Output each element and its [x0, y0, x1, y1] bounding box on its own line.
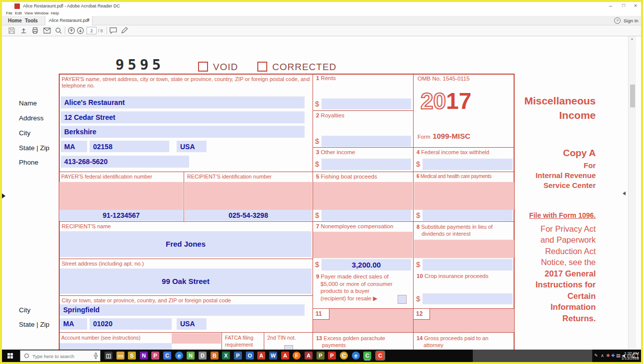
- corrected-checkbox[interactable]: [257, 62, 267, 72]
- recipient-name-field[interactable]: Fred Jones: [60, 231, 312, 257]
- file-explorer-icon[interactable]: ▭: [116, 352, 124, 360]
- save-icon[interactable]: [8, 27, 15, 34]
- recipient-name-label: RECIPIENT'S name: [62, 223, 111, 229]
- nav-pane-toggle-icon[interactable]: [2, 193, 5, 198]
- pdf-icon[interactable]: P: [328, 352, 336, 360]
- payer-state-field[interactable]: MA: [61, 141, 87, 152]
- box4-field[interactable]: [423, 159, 513, 170]
- firefox-icon[interactable]: F: [293, 352, 301, 360]
- sign-in-button[interactable]: Sign In: [624, 18, 639, 23]
- payer-name-field[interactable]: Alice's Restaurant: [61, 96, 305, 108]
- payer-city-field[interactable]: Berkshire: [61, 126, 305, 138]
- search-icon[interactable]: [55, 27, 62, 34]
- photos-icon[interactable]: P: [317, 352, 324, 360]
- email-icon[interactable]: [43, 27, 51, 34]
- scrollbar-thumb[interactable]: [630, 85, 635, 107]
- tab-home[interactable]: Home: [8, 18, 22, 23]
- maximize-button[interactable]: □: [618, 2, 629, 10]
- comment-icon[interactable]: [109, 27, 117, 34]
- box5-field[interactable]: [322, 210, 411, 221]
- menu-help[interactable]: Help: [51, 11, 59, 15]
- scrollbar[interactable]: ▲: [628, 36, 636, 350]
- box6-cell: 6 Medical and health care payments $: [413, 172, 514, 221]
- sticky-notes-icon[interactable]: N: [187, 352, 195, 360]
- payer-zip-field[interactable]: 02158: [90, 141, 169, 152]
- document-icon[interactable]: D: [199, 352, 207, 360]
- recipient-zip-field[interactable]: 01020: [90, 318, 172, 330]
- menu-file[interactable]: File: [6, 11, 12, 15]
- void-checkbox[interactable]: [198, 62, 208, 72]
- fill-sign-pencil-icon[interactable]: [120, 27, 128, 34]
- box7-value-field[interactable]: 3,200.00: [322, 259, 411, 271]
- box2-field[interactable]: [322, 136, 411, 147]
- people-icon[interactable]: P: [151, 352, 159, 360]
- bluetooth-icon[interactable]: ✚: [611, 353, 615, 358]
- start-button[interactable]: [2, 350, 19, 362]
- edge2-icon[interactable]: e: [352, 352, 360, 360]
- help-icon[interactable]: ?: [614, 17, 621, 24]
- account-field[interactable]: [60, 343, 172, 350]
- tab-tools[interactable]: Tools: [25, 18, 38, 23]
- tab-close-icon[interactable]: ×: [87, 17, 90, 22]
- box10-field[interactable]: [423, 293, 513, 304]
- c-green-icon[interactable]: C: [363, 352, 371, 360]
- box13-cell: 13 Excess golden parachute payments: [313, 332, 413, 350]
- access-icon[interactable]: A: [305, 352, 313, 360]
- box3-field[interactable]: [322, 159, 411, 170]
- excel-icon[interactable]: X: [222, 352, 230, 360]
- recipient-country-field[interactable]: USA: [177, 318, 207, 330]
- pc-settings-icon[interactable]: C: [163, 352, 171, 360]
- microphone-icon[interactable]: [94, 353, 98, 359]
- payer-id-field[interactable]: 91-1234567: [59, 210, 183, 221]
- box6-field[interactable]: [423, 210, 513, 221]
- tools-pane-toggle-icon[interactable]: [623, 191, 626, 195]
- book-icon[interactable]: B: [211, 352, 218, 360]
- form-code: 9595: [115, 56, 164, 73]
- recipient-street-field[interactable]: 99 Oak Street: [60, 269, 312, 294]
- recipient-city-field[interactable]: Springfield: [60, 304, 305, 316]
- task-view-icon[interactable]: ◫: [105, 352, 112, 360]
- publisher-icon[interactable]: P: [234, 352, 242, 360]
- page-down-icon[interactable]: [77, 27, 84, 34]
- menu-edit[interactable]: Edit: [15, 11, 22, 15]
- chevron-up-icon[interactable]: ∧: [601, 353, 604, 358]
- menu-view[interactable]: View: [24, 11, 33, 15]
- notification-center-icon[interactable]: [633, 354, 638, 358]
- print-icon[interactable]: [31, 27, 39, 34]
- taskbar-search-box[interactable]: [20, 350, 101, 362]
- outlook-icon[interactable]: O: [246, 352, 254, 360]
- people-tray-icon[interactable]: ✱: [606, 353, 610, 358]
- payer-phone-field[interactable]: 413-268-5620: [61, 156, 189, 168]
- close-button[interactable]: ×: [630, 2, 641, 10]
- page-up-icon[interactable]: [68, 27, 75, 34]
- margin-label-name: Name: [19, 99, 37, 107]
- menu-window[interactable]: Window: [34, 11, 48, 15]
- payer-street-field[interactable]: 12 Cedar Street: [61, 111, 305, 123]
- c-red-icon[interactable]: C: [376, 352, 384, 360]
- acrobat-icon[interactable]: A: [257, 352, 265, 360]
- reader-icon[interactable]: A: [281, 352, 289, 360]
- box9-checkbox[interactable]: [398, 295, 407, 304]
- privacy-line4: Notice, see the: [500, 258, 596, 267]
- taskbar-search-input[interactable]: [31, 352, 92, 361]
- word-icon[interactable]: W: [269, 352, 277, 360]
- toolbar: / 8: [2, 25, 641, 36]
- scroll-up-icon[interactable]: ▲: [631, 37, 634, 40]
- privacy-line9: Returns.: [500, 314, 596, 323]
- page-number-input[interactable]: [87, 27, 97, 34]
- recipient-state-field[interactable]: MA: [60, 318, 87, 330]
- margin-label-address: Address: [19, 114, 44, 122]
- box8-field[interactable]: [423, 259, 513, 271]
- store-icon[interactable]: S: [128, 352, 136, 360]
- recipient-id-field[interactable]: 025-54-3298: [185, 210, 312, 221]
- tab-document[interactable]: Alice Restaraunt.pdf ×: [45, 16, 93, 25]
- payer-country-field[interactable]: USA: [177, 141, 207, 152]
- edge-icon[interactable]: e: [175, 352, 183, 360]
- share-upload-icon[interactable]: [20, 27, 27, 34]
- pen-icon[interactable]: ✎: [594, 353, 598, 358]
- minimize-button[interactable]: –: [605, 2, 616, 10]
- chrome-icon[interactable]: C: [340, 352, 348, 360]
- onenote-icon[interactable]: N: [140, 352, 148, 360]
- box1-field[interactable]: [322, 98, 411, 109]
- box7-cell: 7 Nonemployee compensation: [313, 221, 413, 259]
